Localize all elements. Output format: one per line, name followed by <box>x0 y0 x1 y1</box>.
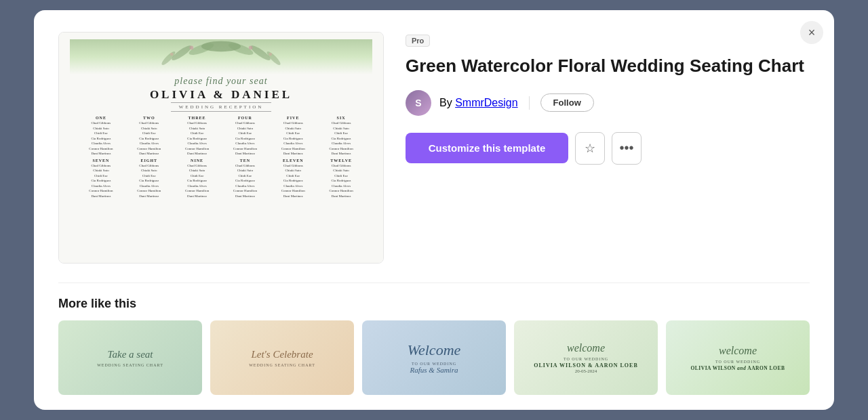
modal-overlay: × <box>0 0 868 420</box>
floral-decoration <box>70 39 372 73</box>
card-2-script: Let's Celebrate <box>249 349 315 360</box>
divider <box>529 96 530 110</box>
table-four: FOUR Chad GibbonsChiaki SatoChidi EzeCia… <box>222 116 269 156</box>
card-5-script: welcome <box>691 345 785 357</box>
seating-chart: please find your seat OLIVIA & DANIEL WE… <box>59 33 383 263</box>
star-button[interactable]: ☆ <box>575 132 605 165</box>
avatar-initials: S <box>415 98 421 108</box>
more-grid: Take a seat WEDDING SEATING CHART Let's … <box>58 320 810 395</box>
modal-body: please find your seat OLIVIA & DANIEL WE… <box>58 32 810 264</box>
card-5-body: TO OUR WEDDING <box>691 360 785 364</box>
svg-point-10 <box>269 53 272 56</box>
svg-point-9 <box>170 53 174 56</box>
action-row: Customize this template ☆ ••• <box>406 132 810 165</box>
template-info: Pro Green Watercolor Floral Wedding Seat… <box>406 32 810 264</box>
svg-point-8 <box>249 45 253 49</box>
event-label: WEDDING RECEPTION <box>171 102 272 112</box>
table-two: TWO Chad GibbonsChiaki SatoChidi EzeCia … <box>126 116 172 156</box>
card-4-date: 20-05-2024 <box>534 369 637 374</box>
more-card-3[interactable]: Welcome TO OUR WEDDING Rafus & Samira <box>362 320 506 395</box>
table-seven: SEVEN Chad GibbonsChiaki SatoChidi EzeCi… <box>78 159 124 199</box>
close-icon: × <box>808 26 816 40</box>
card-4-script: welcome <box>534 342 637 354</box>
more-card-2[interactable]: Let's Celebrate WEDDING SEATING CHART <box>210 320 354 395</box>
more-icon: ••• <box>619 140 633 156</box>
table-eight: EIGHT Chad GibbonsChiaki SatoChidi EzeCi… <box>126 159 172 199</box>
more-card-4[interactable]: welcome TO OUR WEDDING OLIVIA WILSON & A… <box>514 320 658 395</box>
table-one: ONE Chad GibbonsChiaki SatoChidi EzeCia … <box>78 116 124 156</box>
table-ten: TEN Chad GibbonsChiaki SatoChidi EzeCia … <box>222 159 269 199</box>
card-1-script: Take a seat <box>97 349 163 360</box>
card-4-body: TO OUR WEDDING <box>534 357 637 361</box>
card-2-body: WEDDING SEATING CHART <box>249 363 315 367</box>
table-five: FIVE Chad GibbonsChiaki SatoChidi EzeCia… <box>270 116 316 156</box>
close-button[interactable]: × <box>800 21 823 44</box>
card-5-names: OLIVIA WILSON and AARON LOEB <box>691 365 785 371</box>
more-options-button[interactable]: ••• <box>612 132 642 165</box>
pro-label: Pro <box>412 37 424 45</box>
table-six: SIX Chad GibbonsChiaki SatoChidi EzeCia … <box>318 116 364 156</box>
modal-dialog: × <box>34 10 834 410</box>
more-section: More like this Take a seat WEDDING SEATI… <box>58 282 810 395</box>
avatar: S <box>406 90 431 116</box>
couple-names: OLIVIA & DANIEL <box>150 88 292 102</box>
more-title: More like this <box>58 297 810 311</box>
follow-button[interactable]: Follow <box>540 93 594 112</box>
script-text: please find your seat <box>174 76 267 87</box>
template-preview: please find your seat OLIVIA & DANIEL WE… <box>58 32 384 264</box>
more-card-5[interactable]: welcome TO OUR WEDDING OLIVIA WILSON and… <box>666 320 810 395</box>
svg-point-7 <box>189 45 193 49</box>
table-eleven: ELEVEN Chad GibbonsChiaki SatoChidi EzeC… <box>270 159 316 199</box>
author-row: S By SmmrDesign Follow <box>406 90 810 116</box>
table-nine: NINE Chad GibbonsChiaki SatoChidi EzeCia… <box>174 159 220 199</box>
customize-button[interactable]: Customize this template <box>406 133 568 163</box>
star-icon: ☆ <box>585 141 595 156</box>
table-three: THREE Chad GibbonsChiaki SatoChidi EzeCi… <box>174 116 220 156</box>
card-4-names: OLIVIA WILSON & AARON LOEB <box>534 362 637 369</box>
card-3-script: Welcome <box>408 341 461 359</box>
preview-image: please find your seat OLIVIA & DANIEL WE… <box>59 33 383 263</box>
pro-badge: Pro <box>406 35 430 47</box>
more-card-1[interactable]: Take a seat WEDDING SEATING CHART <box>58 320 202 395</box>
card-1-body: WEDDING SEATING CHART <box>97 363 163 367</box>
by-label: By <box>439 97 452 108</box>
template-title: Green Watercolor Floral Wedding Seating … <box>406 55 810 78</box>
card-3-names: Rafus & Samira <box>408 366 461 374</box>
table-twelve: TWELVE Chad GibbonsChiaki SatoChidi EzeC… <box>318 159 364 199</box>
author-name-group: By SmmrDesign <box>439 97 518 109</box>
author-link[interactable]: SmmrDesign <box>455 97 517 108</box>
